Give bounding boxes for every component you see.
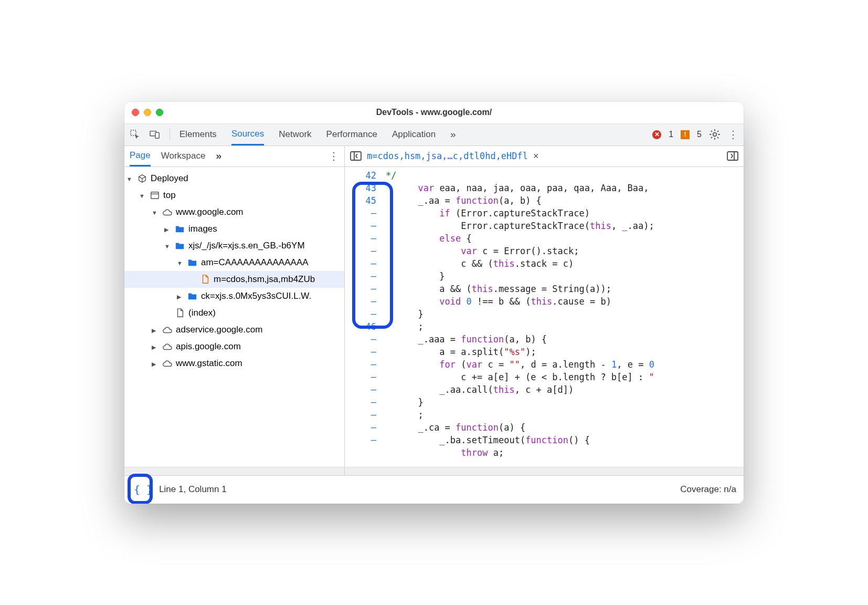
tree-item[interactable]: top	[124, 187, 344, 204]
line-number[interactable]: –	[345, 396, 376, 409]
tree-arrow-icon[interactable]	[152, 325, 159, 335]
tab-sources[interactable]: Sources	[231, 124, 264, 145]
line-number[interactable]: 46	[345, 320, 376, 333]
tree-item[interactable]: images	[124, 221, 344, 237]
tab-elements[interactable]: Elements	[179, 124, 217, 144]
navigator-overflow-icon[interactable]: »	[216, 150, 221, 162]
tree-item[interactable]: xjs/_/js/k=xjs.s.en_GB.-b6YM	[124, 237, 344, 254]
file-js-icon	[200, 274, 210, 285]
tab-application[interactable]: Application	[392, 124, 436, 144]
tree-arrow-icon[interactable]	[139, 190, 146, 201]
line-number[interactable]: –	[345, 245, 376, 257]
tree-item[interactable]: am=CAAAAAAAAAAAAAA	[124, 254, 344, 271]
line-gutter[interactable]: 424345–––––––––46–––––––––	[345, 167, 382, 475]
settings-gear-icon[interactable]	[709, 129, 721, 140]
error-count[interactable]: 1	[669, 130, 673, 139]
code-line[interactable]: _.aa.call(this, c + a[d])	[386, 383, 739, 396]
more-menu-icon[interactable]: ⋮	[728, 128, 738, 141]
warning-badge-icon[interactable]: !	[681, 130, 690, 139]
navigator-tab-page[interactable]: Page	[130, 146, 151, 166]
minimize-window-button[interactable]	[144, 109, 151, 116]
code-line[interactable]: */	[386, 169, 739, 182]
code-line[interactable]: }	[386, 308, 739, 320]
code-line[interactable]: ;	[386, 320, 739, 333]
toggle-navigator-icon[interactable]	[350, 151, 362, 161]
tree-arrow-icon[interactable]	[177, 257, 184, 268]
toggle-debugger-icon[interactable]	[727, 151, 738, 161]
code-view[interactable]: */ var eaa, naa, jaa, oaa, paa, qaa, Aaa…	[382, 167, 744, 475]
code-line[interactable]: if (Error.captureStackTrace)	[386, 207, 739, 220]
file-tree[interactable]: Deployedtopwww.google.comimagesxjs/_/js/…	[124, 167, 345, 475]
open-file-tab[interactable]: m=cdos,hsm,jsa,…c,dtl0hd,eHDfl	[367, 151, 528, 161]
tree-item-label: Deployed	[151, 173, 188, 184]
tree-item[interactable]: Deployed	[124, 170, 344, 187]
tree-item[interactable]: apis.google.com	[124, 338, 344, 355]
tree-arrow-icon[interactable]	[164, 224, 172, 234]
tree-item[interactable]: www.google.com	[124, 204, 344, 221]
code-line[interactable]: var eaa, naa, jaa, oaa, paa, qaa, Aaa, B…	[386, 182, 739, 194]
line-number[interactable]: –	[345, 333, 376, 346]
tree-arrow-icon[interactable]	[126, 173, 134, 184]
code-line[interactable]: throw a;	[386, 446, 739, 459]
tree-item[interactable]: ck=xjs.s.0Mx5ys3sCUI.L.W.	[124, 288, 344, 305]
line-number[interactable]: –	[345, 409, 376, 421]
code-line[interactable]: a = a.split("%s");	[386, 346, 739, 358]
code-line[interactable]: }	[386, 396, 739, 409]
device-toolbar-icon[interactable]	[150, 129, 160, 140]
tab-performance[interactable]: Performance	[326, 124, 377, 144]
code-line[interactable]: c += a[e] + (e < b.length ? b[e] : "	[386, 371, 739, 383]
tree-arrow-icon[interactable]	[152, 341, 159, 352]
close-window-button[interactable]	[132, 109, 139, 116]
line-number[interactable]: 42	[345, 169, 376, 182]
warning-count[interactable]: 5	[697, 130, 702, 139]
code-line[interactable]: for (var c = "", d = a.length - 1, e = 0	[386, 358, 739, 371]
tabs-overflow-icon[interactable]: »	[450, 129, 456, 140]
line-number[interactable]: –	[345, 434, 376, 446]
line-number[interactable]: 43	[345, 182, 376, 194]
code-line[interactable]: ;	[386, 409, 739, 421]
line-number[interactable]: –	[345, 232, 376, 245]
code-line[interactable]: }	[386, 270, 739, 283]
code-line[interactable]: _.ca = function(a) {	[386, 421, 739, 434]
tree-scrollbar[interactable]	[124, 467, 345, 475]
error-badge-icon[interactable]: ✕	[652, 130, 661, 139]
code-line[interactable]: c && (this.stack = c)	[386, 257, 739, 270]
tree-arrow-icon[interactable]	[164, 241, 172, 251]
tree-item[interactable]: www.gstatic.com	[124, 355, 344, 372]
line-number[interactable]: –	[345, 383, 376, 396]
line-number[interactable]: –	[345, 283, 376, 295]
tree-item[interactable]: m=cdos,hsm,jsa,mb4ZUb	[124, 271, 344, 288]
editor-scrollbar[interactable]	[345, 467, 744, 475]
tab-network[interactable]: Network	[279, 124, 311, 144]
zoom-window-button[interactable]	[156, 109, 163, 116]
tree-item[interactable]: (index)	[124, 305, 344, 321]
code-line[interactable]: _.aa = function(a, b) {	[386, 194, 739, 207]
pretty-print-button[interactable]: { }	[134, 483, 153, 496]
line-number[interactable]: 45	[345, 194, 376, 207]
tree-item[interactable]: adservice.google.com	[124, 321, 344, 338]
code-line[interactable]: void 0 !== b && (this.cause = b)	[386, 295, 739, 308]
line-number[interactable]: –	[345, 207, 376, 220]
tree-arrow-icon[interactable]	[177, 291, 184, 301]
code-line[interactable]: var c = Error().stack;	[386, 245, 739, 257]
line-number[interactable]: –	[345, 346, 376, 358]
line-number[interactable]: –	[345, 220, 376, 232]
code-line[interactable]: else {	[386, 232, 739, 245]
line-number[interactable]: –	[345, 358, 376, 371]
navigator-more-icon[interactable]: ⋮	[329, 150, 339, 162]
close-tab-icon[interactable]: ×	[533, 151, 539, 162]
line-number[interactable]: –	[345, 371, 376, 383]
line-number[interactable]: –	[345, 257, 376, 270]
code-line[interactable]: _.aaa = function(a, b) {	[386, 333, 739, 346]
line-number[interactable]: –	[345, 270, 376, 283]
tree-arrow-icon[interactable]	[152, 207, 159, 217]
navigator-tab-workspace[interactable]: Workspace	[161, 147, 206, 165]
code-line[interactable]: Error.captureStackTrace(this, _.aa);	[386, 220, 739, 232]
tree-arrow-icon[interactable]	[152, 358, 159, 369]
line-number[interactable]: –	[345, 421, 376, 434]
code-line[interactable]: _.ba.setTimeout(function() {	[386, 434, 739, 446]
code-line[interactable]: a && (this.message = String(a));	[386, 283, 739, 295]
line-number[interactable]: –	[345, 308, 376, 320]
line-number[interactable]: –	[345, 295, 376, 308]
inspect-element-icon[interactable]	[130, 129, 140, 140]
